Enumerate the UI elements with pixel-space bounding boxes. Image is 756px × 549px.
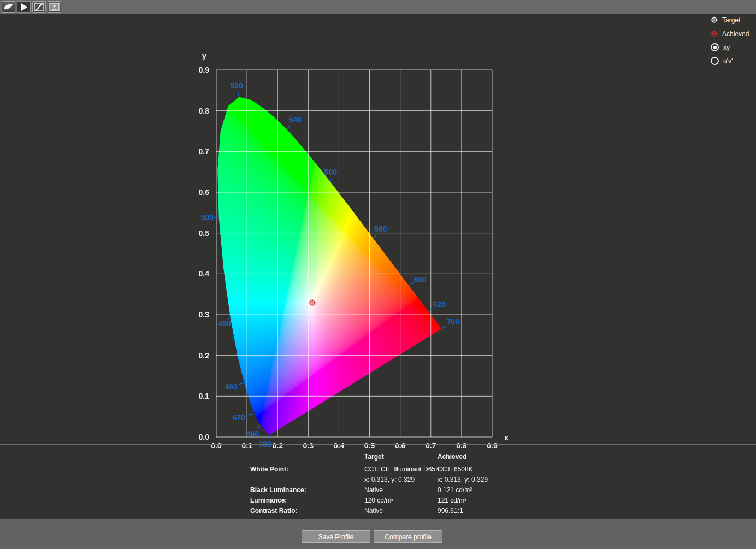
svg-text:0.8: 0.8 [456,441,467,450]
svg-text:0.5: 0.5 [199,229,210,238]
svg-text:0.4: 0.4 [199,269,210,278]
gamut-horseshoe-canvas [216,70,492,437]
table-row-contrast-ratio: Contrast Ratio: Native 996.61:1 [250,506,580,516]
table-row-white-point: White Point: CCT: CIE Illuminant D65K CC… [250,464,580,475]
svg-text:0.9: 0.9 [199,66,210,74]
svg-text:0.9: 0.9 [487,441,498,450]
table-header-row: Target Achieved [250,452,580,462]
chromaticity-diagram-icon [19,3,28,11]
svg-text:0.2: 0.2 [199,351,210,360]
chromaticity-view-button[interactable] [17,1,31,13]
radio-row-xy: xy [711,43,749,51]
xy-radio-label[interactable]: xy [723,44,730,51]
uv-radio-label[interactable]: u'v' [723,57,733,65]
target-marker-icon [711,16,718,23]
legend-achieved: Achieved [711,29,749,38]
footer-bar: Save Profile Compare profile [0,519,756,549]
gamut-view-button[interactable] [2,1,15,13]
svg-text:y: y [202,51,207,60]
radio-row-uv: u'v' [711,57,749,65]
save-profile-button[interactable]: Save Profile [302,530,370,543]
toolbar [0,0,756,14]
svg-text:0.3: 0.3 [303,441,314,450]
achieved-marker-icon [711,30,718,37]
gamut-icon [3,3,14,11]
svg-text:0.1: 0.1 [241,441,252,450]
chart-legend: Target Achieved xy u'v' [711,16,749,70]
svg-text:0.2: 0.2 [272,441,283,450]
test-image-icon [49,3,60,11]
table-row-luminance: Luminance: 120 cd/m² 121 cd/m² [250,495,580,506]
compare-profile-button[interactable]: Compare profile [374,530,442,543]
achieved-column-header: Achieved [438,452,580,462]
svg-text:0.0: 0.0 [211,441,222,450]
chromaticity-chart: 0.00.00.10.10.20.20.30.30.40.40.50.50.60… [0,15,756,444]
panel-separator [0,444,756,445]
tone-curve-view-button[interactable] [32,1,46,13]
svg-text:0.0: 0.0 [199,433,210,441]
legend-target-label: Target [722,16,740,24]
test-image-view-button[interactable] [48,1,61,13]
measurement-summary-table: Target Achieved White Point: CCT: CIE Il… [250,452,580,516]
table-row-white-point-xy: x: 0.313, y: 0.329 x: 0.313, y: 0.329 [250,475,580,485]
svg-text:0.6: 0.6 [199,188,210,197]
svg-text:0.6: 0.6 [395,441,406,450]
uv-radio[interactable] [711,57,719,65]
target-column-header: Target [364,452,438,462]
svg-text:0.3: 0.3 [199,310,210,319]
table-row-black-luminance: Black Luminance: Native 0.121 cd/m² [250,485,580,495]
svg-text:0.7: 0.7 [426,441,436,450]
svg-text:0.1: 0.1 [199,392,210,400]
svg-text:0.5: 0.5 [364,441,375,450]
svg-text:x: x [504,433,509,442]
svg-text:0.4: 0.4 [334,441,345,450]
svg-text:0.7: 0.7 [199,147,210,156]
legend-achieved-label: Achieved [722,30,749,38]
legend-target: Target [711,16,749,24]
tone-curve-icon [34,3,44,11]
svg-text:500: 500 [200,213,214,222]
svg-text:0.8: 0.8 [199,107,210,115]
xy-radio[interactable] [711,43,719,51]
